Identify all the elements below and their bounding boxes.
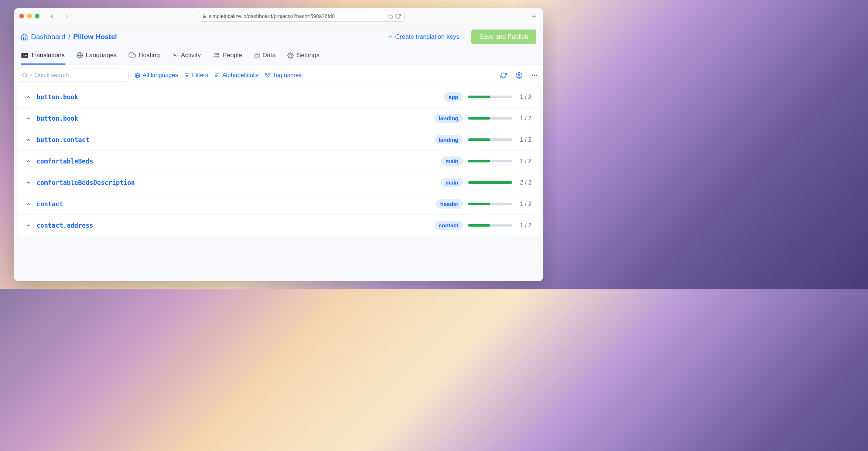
tag-pill[interactable]: landing xyxy=(434,114,463,123)
sort-button[interactable]: Alphabetically xyxy=(214,72,259,79)
svg-rect-1 xyxy=(389,15,393,18)
people-icon xyxy=(213,52,220,58)
search-box[interactable] xyxy=(18,69,129,82)
chevron-up-icon[interactable] xyxy=(25,94,31,100)
tab-activity[interactable]: Activity xyxy=(171,48,202,65)
tag-pill[interactable]: header xyxy=(436,199,463,209)
svg-point-29 xyxy=(518,75,520,76)
key-row[interactable]: comfortableBeds main 1 / 2 xyxy=(18,151,539,172)
settings-button[interactable] xyxy=(514,70,524,80)
key-row[interactable]: button.contact landing 1 / 2 xyxy=(18,129,539,151)
all-languages-label: All languages xyxy=(143,72,178,79)
sort-label: Alphabetically xyxy=(222,72,259,79)
chevron-up-icon[interactable] xyxy=(25,116,31,121)
svg-point-10 xyxy=(217,54,219,55)
tag-pill[interactable]: main xyxy=(441,156,463,166)
cloud-icon xyxy=(129,52,136,58)
chevron-up-icon[interactable] xyxy=(25,137,31,143)
progress-bar xyxy=(468,138,512,141)
all-languages-button[interactable]: All languages xyxy=(134,72,178,79)
toolbar: All languages Filters Alphabetically Tag… xyxy=(14,65,543,86)
key-row[interactable]: button.book landing 1 / 2 xyxy=(18,108,539,129)
tab-hosting[interactable]: Hosting xyxy=(128,48,161,65)
tab-settings[interactable]: Settings xyxy=(287,48,320,65)
tag-names-button[interactable]: Tag names xyxy=(264,72,301,79)
svg-line-28 xyxy=(268,75,268,76)
more-button[interactable] xyxy=(530,70,539,80)
translation-key-name: contact.address xyxy=(37,222,429,229)
refresh-button[interactable] xyxy=(499,70,508,80)
keys-list: button.book app 1 / 2 button.book landin… xyxy=(18,86,539,236)
key-row[interactable]: contact.address contact 1 / 2 xyxy=(18,215,539,236)
tab-translations[interactable]: A⇄ Translations xyxy=(21,48,65,65)
translation-key-name: contact xyxy=(37,200,431,208)
progress-indicator: 1 / 2 xyxy=(468,201,532,207)
tab-label: Data xyxy=(263,52,276,59)
url-text: simplelocalize.io/dashboard/projects/?ha… xyxy=(209,13,385,19)
key-row[interactable]: comfortableBedsDescription main 2 / 2 xyxy=(18,172,539,193)
key-row[interactable]: button.book app 1 / 2 xyxy=(18,86,539,108)
save-and-publish-button[interactable]: Save and Publish xyxy=(471,30,536,44)
sort-icon xyxy=(214,73,220,78)
filters-button[interactable]: Filters xyxy=(184,72,208,79)
chevron-up-icon[interactable] xyxy=(25,223,31,228)
chevron-up-icon[interactable] xyxy=(25,180,31,186)
translate-extension-icon[interactable] xyxy=(387,14,393,19)
url-bar[interactable]: simplelocalize.io/dashboard/projects/?ha… xyxy=(198,11,405,22)
translation-key-name: button.book xyxy=(37,93,439,101)
svg-marker-15 xyxy=(30,75,33,76)
tabs-bar: A⇄ Translations Languages Hosting xyxy=(14,48,543,65)
breadcrumb-separator: / xyxy=(68,33,70,41)
back-button[interactable] xyxy=(48,13,57,19)
breadcrumb-bar: Dashboard / Pillow Hostel Create transla… xyxy=(14,24,543,48)
tab-data[interactable]: Data xyxy=(253,48,277,65)
browser-chrome: simplelocalize.io/dashboard/projects/?ha… xyxy=(14,8,543,24)
progress-fill xyxy=(468,117,490,120)
tab-label: People xyxy=(223,52,242,59)
new-tab-button[interactable]: + xyxy=(532,11,538,21)
create-translation-keys-button[interactable]: Create translation keys xyxy=(383,31,463,43)
chevron-up-icon[interactable] xyxy=(25,158,31,164)
svg-point-12 xyxy=(290,55,292,56)
progress-bar xyxy=(468,203,512,205)
filter-icon xyxy=(184,73,190,78)
progress-fill xyxy=(468,181,512,184)
translations-icon: A⇄ xyxy=(21,53,28,58)
svg-point-32 xyxy=(536,75,537,76)
app-content: Dashboard / Pillow Hostel Create transla… xyxy=(14,24,543,281)
tab-label: Languages xyxy=(86,52,117,59)
progress-indicator: 1 / 2 xyxy=(468,158,532,165)
tag-pill[interactable]: contact xyxy=(434,221,463,230)
progress-fill xyxy=(468,96,490,98)
tag-pill[interactable]: app xyxy=(444,92,463,101)
activity-icon xyxy=(172,52,178,59)
breadcrumb-dashboard[interactable]: Dashboard xyxy=(31,33,65,41)
svg-point-13 xyxy=(23,73,27,77)
tab-languages[interactable]: Languages xyxy=(76,48,117,65)
reload-icon[interactable] xyxy=(395,13,401,19)
close-window-button[interactable] xyxy=(19,14,24,18)
svg-point-30 xyxy=(532,75,533,76)
tag-pill[interactable]: main xyxy=(441,178,463,187)
translation-key-name: button.book xyxy=(37,115,429,122)
tag-names-label: Tag names xyxy=(273,72,301,79)
database-icon xyxy=(254,52,260,59)
tag-icon xyxy=(264,72,270,78)
breadcrumb-project[interactable]: Pillow Hostel xyxy=(73,33,117,41)
home-icon[interactable] xyxy=(21,33,28,41)
minimize-window-button[interactable] xyxy=(27,14,32,18)
key-row[interactable]: contact header 1 / 2 xyxy=(18,193,539,215)
forward-button[interactable] xyxy=(62,13,71,19)
tab-label: Activity xyxy=(181,52,201,59)
tab-label: Translations xyxy=(31,52,65,59)
search-icon xyxy=(22,72,28,78)
chevron-down-icon[interactable] xyxy=(29,73,33,77)
tag-pill[interactable]: landing xyxy=(434,135,463,144)
svg-point-11 xyxy=(255,53,259,54)
maximize-window-button[interactable] xyxy=(35,14,40,18)
progress-bar xyxy=(468,181,512,184)
search-input[interactable] xyxy=(34,72,124,79)
chevron-up-icon[interactable] xyxy=(25,201,31,207)
tab-people[interactable]: People xyxy=(212,48,243,65)
globe-icon xyxy=(76,52,83,59)
